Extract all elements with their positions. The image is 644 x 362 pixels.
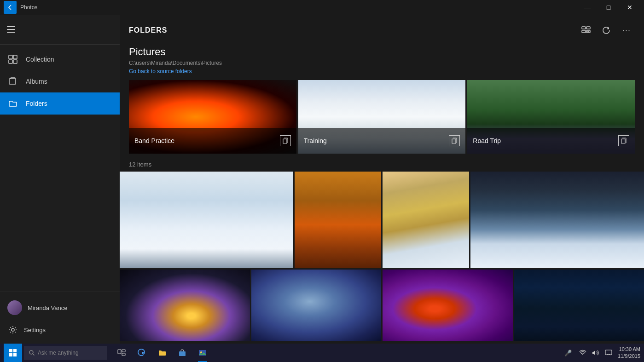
photo-cell-7[interactable] <box>383 270 513 341</box>
svg-rect-10 <box>586 27 590 29</box>
back-button[interactable] <box>4 1 17 14</box>
albums-icon <box>7 76 18 87</box>
app-title: Photos <box>20 4 37 11</box>
taskbar-store[interactable] <box>173 344 191 362</box>
photo-cell-4[interactable] <box>470 172 644 268</box>
sidebar-item-albums[interactable]: Albums <box>0 70 120 92</box>
folder-overlay: Band Practice <box>129 128 296 154</box>
svg-rect-2 <box>7 32 15 33</box>
sidebar-navigation: Collection Albums Folders <box>0 45 120 292</box>
photo-cell-1[interactable] <box>120 172 293 268</box>
folder-name-road-trip: Road Trip <box>473 137 501 144</box>
taskbar-photos[interactable] <box>193 344 212 362</box>
folder-card-training[interactable]: Training <box>298 80 466 154</box>
svg-rect-18 <box>9 353 12 356</box>
avatar <box>7 300 22 315</box>
taskbar-files[interactable] <box>153 344 171 362</box>
search-placeholder: Ask me anything <box>38 350 79 356</box>
folder-card-band-practice[interactable]: Band Practice <box>129 80 296 154</box>
sidebar-item-collection[interactable]: Collection <box>0 48 120 70</box>
close-button[interactable]: ✕ <box>619 0 640 15</box>
settings-icon <box>7 324 18 335</box>
svg-rect-7 <box>9 79 16 84</box>
svg-rect-25 <box>199 350 206 356</box>
sidebar-bottom: Miranda Vance Settings <box>0 292 120 344</box>
source-folders-link[interactable]: Go back to source folders <box>129 68 635 75</box>
more-options-button[interactable]: ··· <box>618 22 635 39</box>
folders-label: Folders <box>26 100 47 107</box>
svg-point-20 <box>29 351 33 354</box>
title-bar-left: Photos <box>4 1 37 14</box>
settings-item[interactable]: Settings <box>0 320 120 340</box>
pictures-section: Pictures C:\users\Miranda\Documents\Pict… <box>120 46 644 80</box>
taskbar-search-box[interactable]: Ask me anything <box>24 346 107 360</box>
taskbar-apps <box>109 344 561 362</box>
svg-rect-23 <box>122 353 125 356</box>
photo-cell-5[interactable] <box>120 270 250 341</box>
taskbar-clock[interactable]: 10:30 AM 11/9/2015 <box>618 346 640 360</box>
svg-rect-6 <box>13 60 17 63</box>
folders-page-title: FOLDERS <box>129 26 167 34</box>
select-all-button[interactable] <box>578 22 594 39</box>
taskbar: Ask me anything <box>0 344 644 362</box>
photo-cell-6[interactable] <box>251 270 382 341</box>
start-button[interactable] <box>4 344 22 362</box>
photo-grid-row-1 <box>120 172 644 268</box>
refresh-button[interactable] <box>598 22 615 39</box>
svg-rect-1 <box>7 29 15 30</box>
svg-rect-19 <box>13 353 17 356</box>
photo-cell-3[interactable] <box>383 172 469 268</box>
settings-label: Settings <box>24 327 46 333</box>
minimize-button[interactable]: — <box>577 0 598 15</box>
svg-rect-21 <box>118 350 121 354</box>
taskbar-network-icon[interactable] <box>577 347 588 358</box>
items-count: 12 items <box>120 161 644 168</box>
taskbar-mic-icon[interactable]: 🎤 <box>563 347 574 358</box>
sidebar: Collection Albums Folders <box>0 15 120 344</box>
svg-rect-5 <box>9 60 12 63</box>
albums-label: Albums <box>26 78 47 85</box>
time-display: 10:30 AM <box>618 346 640 353</box>
sidebar-item-folders[interactable]: Folders <box>0 92 120 115</box>
folder-grid: Band Practice Training <box>120 80 644 154</box>
user-profile[interactable]: Miranda Vance <box>0 296 120 320</box>
svg-rect-0 <box>7 26 15 27</box>
pictures-path: C:\users\Miranda\Documents\Pictures <box>129 60 635 66</box>
svg-point-8 <box>12 328 14 331</box>
taskbar-right: 🎤 <box>563 346 640 360</box>
folder-select-icon <box>618 135 629 146</box>
svg-rect-13 <box>283 139 287 144</box>
svg-rect-3 <box>9 55 12 59</box>
date-display: 11/9/2015 <box>618 353 640 360</box>
taskbar-volume-icon[interactable] <box>590 347 601 358</box>
folder-name-training: Training <box>304 137 327 144</box>
folder-select-icon <box>449 135 460 146</box>
photo-grid-row-2 <box>120 270 644 341</box>
svg-rect-9 <box>582 27 586 29</box>
svg-rect-16 <box>9 349 12 352</box>
folder-overlay: Training <box>298 128 466 154</box>
svg-rect-17 <box>13 349 17 352</box>
folder-overlay: Road Trip <box>467 128 635 154</box>
sidebar-top <box>0 15 120 45</box>
content-actions: ··· <box>578 22 635 39</box>
user-name: Miranda Vance <box>28 305 67 311</box>
svg-rect-11 <box>582 30 586 33</box>
content-header: FOLDERS ··· <box>120 15 644 46</box>
photo-cell-8[interactable] <box>514 270 644 341</box>
collection-label: Collection <box>26 56 54 63</box>
title-bar: Photos — □ ✕ <box>0 0 644 15</box>
svg-rect-15 <box>621 139 625 144</box>
pictures-title: Pictures <box>129 46 635 58</box>
photo-cell-2[interactable] <box>295 172 381 268</box>
maximize-button[interactable]: □ <box>598 0 619 15</box>
folder-card-road-trip[interactable]: Road Trip <box>467 80 635 154</box>
app-body: Collection Albums Folders <box>0 15 644 344</box>
svg-rect-24 <box>179 351 186 356</box>
hamburger-button[interactable] <box>0 18 22 40</box>
taskbar-taskview[interactable] <box>112 344 131 362</box>
taskbar-edge[interactable] <box>133 344 151 362</box>
folder-name-band-practice: Band Practice <box>134 137 174 144</box>
folder-select-icon <box>280 135 291 146</box>
taskbar-chat-icon[interactable] <box>603 347 614 358</box>
